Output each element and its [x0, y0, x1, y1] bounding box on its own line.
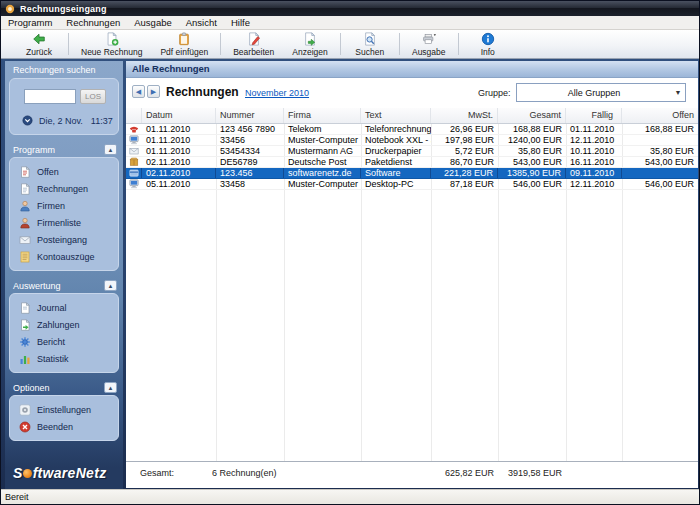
toolbar-separator [458, 33, 459, 55]
sidebar-item-bericht[interactable]: Bericht [10, 333, 118, 350]
edit-pencil-icon [247, 32, 261, 46]
status-text: Bereit [5, 492, 29, 502]
back-label: Zurück [26, 47, 52, 57]
sidebar-item-posteingang[interactable]: Posteingang [10, 231, 118, 248]
new-invoice-label: Neue Rechnung [81, 47, 142, 57]
menu-ansicht[interactable]: Ansicht [179, 16, 224, 29]
info-icon [481, 32, 495, 46]
sidebar-item-rechnungen[interactable]: Rechnungen [10, 180, 118, 197]
toolbar-separator [399, 33, 400, 55]
table-header: Datum Nummer Firma Text MwSt. Gesamt Fäl… [126, 108, 698, 124]
payments-icon [19, 319, 31, 331]
sidebar-item-firmen[interactable]: Firmen [10, 197, 118, 214]
table-title: Rechnungen [166, 85, 239, 99]
new-invoice-button[interactable]: Neue Rechnung [72, 30, 151, 58]
ledger-icon [19, 251, 31, 263]
collapse-button[interactable]: ▲ [104, 280, 117, 291]
section-header-programm: Programm ▲ [5, 141, 123, 157]
menu-programm[interactable]: Programm [1, 16, 59, 29]
close-icon [19, 421, 31, 433]
logo-dot-icon [23, 469, 32, 478]
toolbar: Zurück Neue Rechnung Pdf einfügen [1, 30, 699, 59]
column-mwst[interactable]: MwSt. [431, 108, 498, 123]
sidebar-item-journal[interactable]: Journal [10, 299, 118, 316]
status-bar: Bereit [1, 489, 699, 504]
info-button[interactable]: Info [462, 30, 514, 58]
search-input[interactable] [24, 89, 76, 104]
info-label: Info [481, 47, 495, 57]
search-button[interactable]: Suchen [344, 30, 396, 58]
table-row[interactable]: 02.11.2010 DE56789 Deutsche Post Paketdi… [126, 157, 698, 168]
section-header-optionen: Optionen ▲ [5, 379, 123, 395]
envelope-icon [129, 146, 139, 156]
column-offen[interactable]: Offen [622, 108, 698, 123]
new-document-icon [105, 32, 119, 46]
show-button[interactable]: Anzeigen [283, 30, 336, 58]
column-datum[interactable]: Datum [142, 108, 216, 123]
gear-icon [19, 404, 31, 416]
person-list-icon [19, 217, 31, 229]
auswertung-panel: Journal Zahlungen [9, 293, 119, 373]
sidebar-item-firmenliste[interactable]: Firmenliste [10, 214, 118, 231]
computer-icon [129, 179, 139, 189]
search-label: Suchen [355, 47, 384, 57]
menu-hilfe[interactable]: Hilfe [224, 16, 257, 29]
total-label: Gesamt: [140, 468, 174, 478]
softwarenetz-logo: SftwareNetz [13, 465, 106, 481]
column-gesamt[interactable]: Gesamt [498, 108, 566, 123]
prev-month-button[interactable]: ◀ [132, 85, 145, 98]
content-area: Rechnungen suchen LOS Die, 2 Nov. 11:37 [1, 59, 699, 491]
table-row[interactable]: 01.11.2010 33456 Muster-Computer Noteboo… [126, 135, 698, 146]
journal-icon [19, 302, 31, 314]
section-header-auswertung: Auswertung ▲ [5, 277, 123, 293]
collapse-button[interactable]: ▲ [104, 144, 117, 155]
current-date: Die, 2 Nov. [39, 116, 83, 126]
toolbar-separator [220, 33, 221, 55]
table-subheader: ◀ ▶ Rechnungen November 2010 Gruppe: All… [126, 78, 698, 108]
printer-icon [422, 32, 436, 46]
table-row[interactable]: 01.11.2010 123 456 7890 Telekom Telefonr… [126, 124, 698, 135]
search-panel: LOS Die, 2 Nov. 11:37 [9, 78, 119, 135]
next-month-button[interactable]: ▶ [147, 85, 160, 98]
collapse-button[interactable]: ▲ [104, 382, 117, 393]
show-label: Anzeigen [292, 47, 327, 57]
window-title: Rechnungseingang [20, 4, 107, 14]
title-bar: Rechnungseingang [1, 1, 699, 16]
back-button[interactable]: Zurück [13, 30, 65, 58]
sidebar-item-beenden[interactable]: Beenden [10, 418, 118, 435]
section-title: Programm [13, 145, 55, 155]
column-text[interactable]: Text [361, 108, 431, 123]
toolbar-separator [340, 33, 341, 55]
phone-icon [129, 124, 139, 134]
column-faellig[interactable]: Fällig [566, 108, 622, 123]
sidebar-item-einstellungen[interactable]: Einstellungen [10, 401, 118, 418]
sidebar-item-offen[interactable]: Offen [10, 163, 118, 180]
chevron-down-icon: ▼ [671, 89, 685, 96]
insert-pdf-label: Pdf einfügen [160, 47, 208, 57]
output-button[interactable]: Ausgabe [403, 30, 455, 58]
column-firma[interactable]: Firma [284, 108, 361, 123]
table-row[interactable]: 05.11.2010 33458 Muster-Computer Desktop… [126, 179, 698, 190]
clock-dropdown-icon[interactable] [22, 115, 33, 126]
column-nummer[interactable]: Nummer [216, 108, 284, 123]
insert-pdf-button[interactable]: Pdf einfügen [151, 30, 217, 58]
panel-header: Alle Rechnungen [126, 61, 698, 78]
group-select[interactable]: Alle Gruppen ▼ [516, 83, 686, 102]
sidebar-item-zahlungen[interactable]: Zahlungen [10, 316, 118, 333]
sidebar-item-statistik[interactable]: Statistik [10, 350, 118, 367]
edit-button[interactable]: Bearbeiten [224, 30, 283, 58]
sidebar-item-kontoauszuege[interactable]: Kontoauszüge [10, 248, 118, 265]
programm-panel: Offen Rechnungen Firmen [9, 157, 119, 271]
menu-ausgabe[interactable]: Ausgabe [127, 16, 179, 29]
document-icon [19, 183, 31, 195]
los-button[interactable]: LOS [80, 89, 106, 104]
gesamt-total: 3919,58 EUR [478, 468, 562, 478]
person-icon [19, 200, 31, 212]
table-row-selected[interactable]: 02.11.2010 123.456 softwarenetz.de Softw… [126, 168, 698, 179]
table-row[interactable]: 01.11.2010 53454334 Mustermann AG Drucke… [126, 146, 698, 157]
section-title: Optionen [13, 383, 50, 393]
invoice-count: 6 Rechnung(en) [212, 468, 277, 478]
menu-rechnungen[interactable]: Rechnungen [59, 16, 127, 29]
clipboard-icon [177, 32, 191, 46]
period-link[interactable]: November 2010 [245, 88, 309, 98]
